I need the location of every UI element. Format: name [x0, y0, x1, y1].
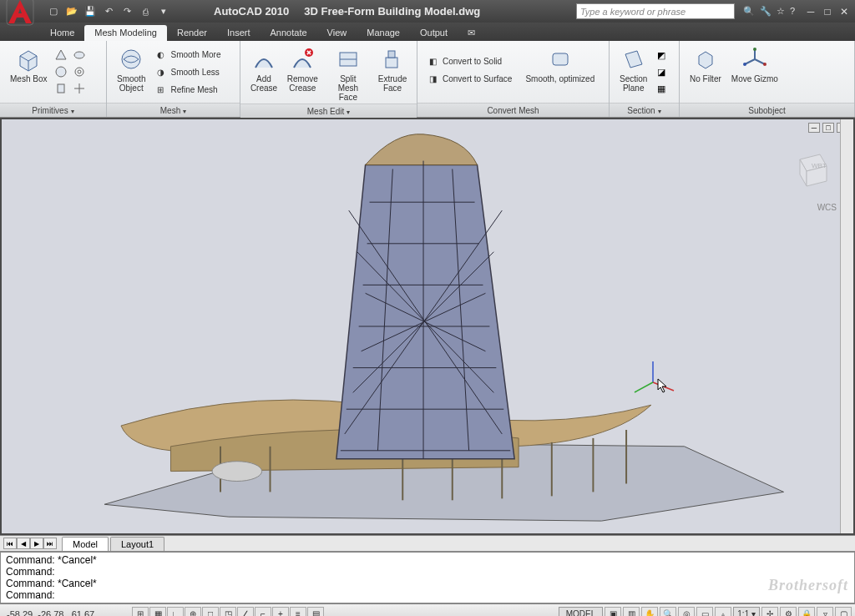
- extrude-face-button[interactable]: Extrude Face: [373, 44, 412, 94]
- mesh-box-button[interactable]: Mesh Box: [5, 44, 52, 85]
- tab-model-space[interactable]: Model: [62, 537, 109, 551]
- qat-save-icon[interactable]: 💾: [82, 4, 99, 19]
- refine-mesh-button[interactable]: ⊞Refine Mesh: [150, 81, 224, 98]
- panel-title-section[interactable]: Section: [610, 103, 679, 117]
- snap-icon[interactable]: ⊞: [132, 607, 149, 617]
- primitive-cone-icon[interactable]: [53, 48, 68, 63]
- ducs-icon[interactable]: ⌐: [255, 607, 271, 617]
- qat-open-icon[interactable]: 📂: [63, 4, 80, 19]
- section-flatshot-icon[interactable]: ▦: [654, 81, 669, 96]
- no-filter-label: No Filter: [690, 74, 721, 83]
- qat-dropdown-icon[interactable]: ▾: [155, 4, 172, 19]
- maximize-button[interactable]: □: [820, 5, 835, 18]
- qat-undo-icon[interactable]: ↶: [100, 4, 117, 19]
- smooth-object-label: Smooth Object: [117, 74, 145, 93]
- tab-manage[interactable]: Manage: [357, 25, 410, 41]
- zoom-icon[interactable]: 🔍: [660, 607, 676, 617]
- tab-insert[interactable]: Insert: [217, 25, 261, 41]
- quickview-layouts-icon[interactable]: ▣: [605, 607, 621, 617]
- osnap-icon[interactable]: □: [202, 607, 219, 617]
- help-icon[interactable]: ?: [790, 6, 795, 17]
- smooth-more-button[interactable]: ◐Smooth More: [150, 46, 224, 63]
- lwt-icon[interactable]: ≡: [290, 607, 306, 617]
- search-input[interactable]: Type a keyword or phrase: [576, 3, 735, 19]
- steering-wheel-icon[interactable]: ◎: [678, 607, 695, 617]
- scale-display[interactable]: 1:1 ▾: [733, 607, 760, 616]
- remove-crease-button[interactable]: Remove Crease: [282, 44, 323, 94]
- section-live-icon[interactable]: ◪: [654, 64, 669, 79]
- layout-next-icon[interactable]: ▶: [30, 538, 43, 549]
- move-gizmo-label: Move Gizmo: [731, 74, 778, 83]
- otrack-icon[interactable]: ∠: [237, 607, 254, 617]
- showmotion-icon[interactable]: ▭: [696, 607, 713, 617]
- layout-prev-icon[interactable]: ◀: [17, 538, 30, 549]
- close-button[interactable]: ✕: [837, 5, 852, 18]
- panel-title-mesh[interactable]: Mesh: [107, 103, 240, 117]
- layout-last-icon[interactable]: ⏭: [43, 538, 57, 549]
- convert-solid-button[interactable]: ◧Convert to Solid: [422, 53, 515, 69]
- vp-minimize-icon[interactable]: ─: [808, 123, 820, 133]
- no-filter-button[interactable]: No Filter: [685, 44, 726, 85]
- tab-home[interactable]: Home: [40, 25, 84, 41]
- add-crease-button[interactable]: Add Crease: [245, 44, 282, 94]
- clean-screen-icon[interactable]: ▢: [835, 607, 852, 617]
- qat-redo-icon[interactable]: ↷: [119, 4, 135, 19]
- remove-crease-icon: [289, 46, 316, 73]
- 3dosnap-icon[interactable]: ◳: [220, 607, 236, 617]
- split-mesh-face-button[interactable]: Split Mesh Face: [323, 44, 374, 104]
- wcs-label[interactable]: WCS: [817, 203, 837, 212]
- grid-icon[interactable]: ▦: [149, 607, 166, 617]
- add-crease-label: Add Crease: [250, 74, 277, 93]
- section-plane-button[interactable]: Section Plane: [615, 44, 652, 94]
- smooth-optimized-button[interactable]: Smooth, optimized: [520, 44, 600, 85]
- primitive-wedge-icon[interactable]: [72, 48, 87, 63]
- binoculars-icon[interactable]: 🔍: [743, 6, 755, 17]
- quickview-drawings-icon[interactable]: ▥: [623, 607, 640, 617]
- primitive-sphere-icon[interactable]: [53, 64, 68, 79]
- annotation-visibility-icon[interactable]: ✢: [761, 607, 778, 617]
- move-gizmo-button[interactable]: Move Gizmo: [726, 44, 783, 85]
- tab-layout1[interactable]: Layout1: [110, 537, 164, 551]
- vp-maximize-icon[interactable]: □: [822, 123, 834, 133]
- envelope-icon[interactable]: ✉: [468, 28, 475, 41]
- drawing-viewport[interactable]: ─ □ ✕ WBT WCS: [0, 118, 855, 535]
- app-menu-button[interactable]: [3, 0, 37, 28]
- primitive-torus-icon[interactable]: [72, 64, 87, 79]
- tab-output[interactable]: Output: [410, 25, 458, 41]
- panel-title-mesh-edit[interactable]: Mesh Edit: [240, 104, 417, 118]
- qat-new-icon[interactable]: ▢: [45, 4, 62, 19]
- smooth-less-button[interactable]: ◑Smooth Less: [150, 63, 224, 80]
- primitive-pyramid-icon[interactable]: [72, 81, 87, 96]
- minimize-button[interactable]: ─: [803, 5, 818, 18]
- toolbar-lock-icon[interactable]: 🔒: [798, 607, 815, 617]
- viewport-scrollbar[interactable]: [840, 119, 853, 533]
- primitive-cylinder-icon[interactable]: [53, 81, 68, 96]
- status-coordinates[interactable]: -58.29, -26.78 , 61.67: [3, 609, 129, 617]
- qp-icon[interactable]: ▤: [307, 607, 324, 617]
- key-icon[interactable]: 🔧: [760, 6, 772, 17]
- tab-annotate[interactable]: Annotate: [261, 25, 317, 41]
- smooth-object-button[interactable]: Smooth Object: [112, 44, 150, 94]
- polar-icon[interactable]: ⊕: [185, 607, 201, 617]
- workspace-icon[interactable]: ⚙: [780, 607, 797, 617]
- annotation-scale-icon[interactable]: ⟁: [715, 607, 731, 617]
- ortho-icon[interactable]: ∟: [167, 607, 184, 617]
- layout-tab-bar: ⏮ ◀ ▶ ⏭ Model Layout1: [0, 535, 855, 552]
- pan-icon[interactable]: ✋: [641, 607, 658, 617]
- model-paper-toggle[interactable]: MODEL: [559, 607, 604, 616]
- qat-print-icon[interactable]: ⎙: [137, 4, 154, 19]
- viewcube[interactable]: WBT: [783, 143, 837, 196]
- tab-view[interactable]: View: [317, 25, 357, 41]
- convert-surface-button[interactable]: ◨Convert to Surface: [422, 70, 515, 87]
- extrude-face-icon: [379, 46, 406, 73]
- hardware-accel-icon[interactable]: ▿: [817, 607, 833, 617]
- svg-point-1: [56, 67, 66, 77]
- tab-render[interactable]: Render: [167, 25, 217, 41]
- command-window[interactable]: Command: *Cancel* Command: Command: *Can…: [0, 552, 855, 603]
- layout-first-icon[interactable]: ⏮: [3, 538, 17, 549]
- panel-title-primitives[interactable]: Primitives: [0, 103, 106, 117]
- tab-mesh-modeling[interactable]: Mesh Modeling: [84, 25, 167, 41]
- dyn-icon[interactable]: +: [272, 607, 289, 617]
- favorite-icon[interactable]: ☆: [777, 6, 785, 17]
- section-jog-icon[interactable]: ◩: [654, 48, 669, 63]
